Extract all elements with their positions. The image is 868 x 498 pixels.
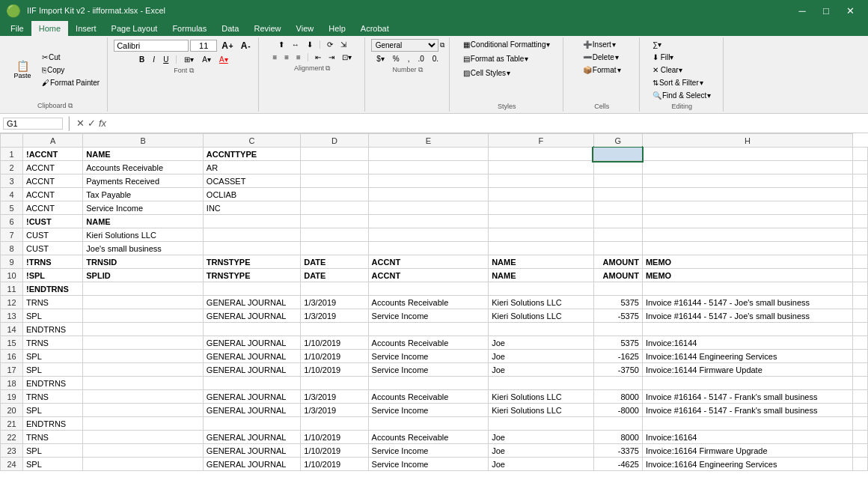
- cell-A22[interactable]: TRNS: [23, 431, 83, 444]
- cell-H10[interactable]: MEMO: [642, 269, 852, 282]
- cell-undefined12[interactable]: [852, 296, 867, 309]
- tab-home[interactable]: Home: [31, 21, 68, 36]
- row-header-4[interactable]: 4: [1, 188, 23, 201]
- cell-C17[interactable]: GENERAL JOURNAL: [203, 363, 300, 377]
- cell-E14[interactable]: [368, 323, 489, 336]
- cell-G16[interactable]: -1625: [593, 350, 642, 363]
- row-header-11[interactable]: 11: [1, 282, 23, 296]
- cell-B7[interactable]: Kieri Solutions LLC: [83, 228, 204, 242]
- cell-B2[interactable]: Accounts Receivable: [83, 161, 204, 174]
- confirm-icon[interactable]: ✓: [88, 118, 96, 129]
- formula-input[interactable]: [109, 118, 865, 129]
- cell-C14[interactable]: [203, 323, 300, 336]
- cell-D12[interactable]: 1/3/2019: [301, 296, 368, 309]
- cell-undefined24[interactable]: [852, 458, 867, 471]
- cell-undefined3[interactable]: [852, 174, 867, 188]
- cell-F2[interactable]: [489, 161, 593, 174]
- align-center-button[interactable]: ≡: [281, 52, 292, 63]
- cell-F22[interactable]: Joe: [489, 431, 593, 444]
- cell-D17[interactable]: 1/10/2019: [301, 363, 368, 377]
- cell-A14[interactable]: ENDTRNS: [23, 323, 83, 336]
- clear-button[interactable]: ✕ Clear▾: [650, 64, 685, 76]
- currency-button[interactable]: $▾: [373, 53, 388, 64]
- minimize-button[interactable]: ─: [790, 0, 814, 21]
- cell-D6[interactable]: [301, 215, 368, 228]
- cell-F12[interactable]: Kieri Solutions LLC: [489, 296, 593, 309]
- cell-G9[interactable]: AMOUNT: [593, 255, 642, 269]
- cell-B21[interactable]: [83, 417, 204, 431]
- cell-undefined5[interactable]: [852, 201, 867, 215]
- cell-B5[interactable]: Service Income: [83, 201, 204, 215]
- cell-E19[interactable]: Accounts Receivable: [368, 390, 489, 404]
- cell-B18[interactable]: [83, 377, 204, 390]
- cell-G17[interactable]: -3750: [593, 363, 642, 377]
- autosum-button[interactable]: ∑▾: [650, 39, 664, 50]
- cell-G21[interactable]: [593, 417, 642, 431]
- cell-C10[interactable]: TRNSTYPE: [203, 269, 300, 282]
- number-format-expand[interactable]: ⧉: [440, 41, 444, 49]
- cell-E11[interactable]: [368, 282, 489, 296]
- fill-color-button[interactable]: A▾: [199, 54, 214, 65]
- cell-undefined2[interactable]: [852, 161, 867, 174]
- cell-C3[interactable]: OCASSET: [203, 174, 300, 188]
- cell-E3[interactable]: [368, 174, 489, 188]
- cell-D15[interactable]: 1/10/2019: [301, 336, 368, 350]
- cell-A3[interactable]: ACCNT: [23, 174, 83, 188]
- cell-F8[interactable]: [489, 242, 593, 255]
- cell-C7[interactable]: [203, 228, 300, 242]
- col-header-g[interactable]: G: [593, 134, 642, 148]
- cell-undefined23[interactable]: [852, 444, 867, 458]
- format-painter-button[interactable]: 🖌 Format Painter: [39, 77, 103, 88]
- cell-undefined17[interactable]: [852, 363, 867, 377]
- cell-A17[interactable]: SPL: [23, 363, 83, 377]
- cell-H1[interactable]: [642, 148, 852, 161]
- cell-reference-box[interactable]: [3, 118, 63, 130]
- cell-E23[interactable]: Service Income: [368, 444, 489, 458]
- row-header-16[interactable]: 16: [1, 350, 23, 363]
- cell-A9[interactable]: !TRNS: [23, 255, 83, 269]
- comma-button[interactable]: ,: [405, 53, 413, 64]
- cell-G12[interactable]: 5375: [593, 296, 642, 309]
- cell-H23[interactable]: Invoice:16164 Firmware Upgrade: [642, 444, 852, 458]
- cell-B16[interactable]: [83, 350, 204, 363]
- cell-H3[interactable]: [642, 174, 852, 188]
- align-top-button[interactable]: ⬆: [275, 39, 287, 50]
- cell-E8[interactable]: [368, 242, 489, 255]
- cell-A12[interactable]: TRNS: [23, 296, 83, 309]
- cell-F4[interactable]: [489, 188, 593, 201]
- cell-G11[interactable]: [593, 282, 642, 296]
- row-header-17[interactable]: 17: [1, 363, 23, 377]
- cell-C8[interactable]: [203, 242, 300, 255]
- cell-E24[interactable]: Service Income: [368, 458, 489, 471]
- cell-G4[interactable]: [593, 188, 642, 201]
- cell-E4[interactable]: [368, 188, 489, 201]
- spreadsheet-area[interactable]: A B C D E F G H 1!ACCNTNAMEACCNTTYPE2ACC…: [0, 133, 868, 498]
- row-header-18[interactable]: 18: [1, 377, 23, 390]
- cell-D10[interactable]: DATE: [301, 269, 368, 282]
- row-header-15[interactable]: 15: [1, 336, 23, 350]
- cell-D21[interactable]: [301, 417, 368, 431]
- cell-C15[interactable]: GENERAL JOURNAL: [203, 336, 300, 350]
- align-left-button[interactable]: ≡: [269, 52, 280, 63]
- cell-H11[interactable]: [642, 282, 852, 296]
- cell-F23[interactable]: Joe: [489, 444, 593, 458]
- cell-D18[interactable]: [301, 377, 368, 390]
- cell-A21[interactable]: ENDTRNS: [23, 417, 83, 431]
- cell-B17[interactable]: [83, 363, 204, 377]
- row-header-20[interactable]: 20: [1, 404, 23, 417]
- cell-F13[interactable]: Kieri Solutions LLC: [489, 309, 593, 323]
- cell-D24[interactable]: 1/10/2019: [301, 458, 368, 471]
- row-header-5[interactable]: 5: [1, 201, 23, 215]
- cell-E1[interactable]: [368, 148, 489, 161]
- cell-E10[interactable]: ACCNT: [368, 269, 489, 282]
- col-header-b[interactable]: B: [83, 134, 204, 148]
- cell-B4[interactable]: Tax Payable: [83, 188, 204, 201]
- percent-button[interactable]: %: [390, 53, 403, 64]
- cell-A19[interactable]: TRNS: [23, 390, 83, 404]
- col-header-d[interactable]: D: [301, 134, 368, 148]
- cell-F21[interactable]: [489, 417, 593, 431]
- tab-review[interactable]: Review: [246, 21, 288, 36]
- cell-undefined7[interactable]: [852, 228, 867, 242]
- cell-G22[interactable]: 8000: [593, 431, 642, 444]
- cell-A23[interactable]: SPL: [23, 444, 83, 458]
